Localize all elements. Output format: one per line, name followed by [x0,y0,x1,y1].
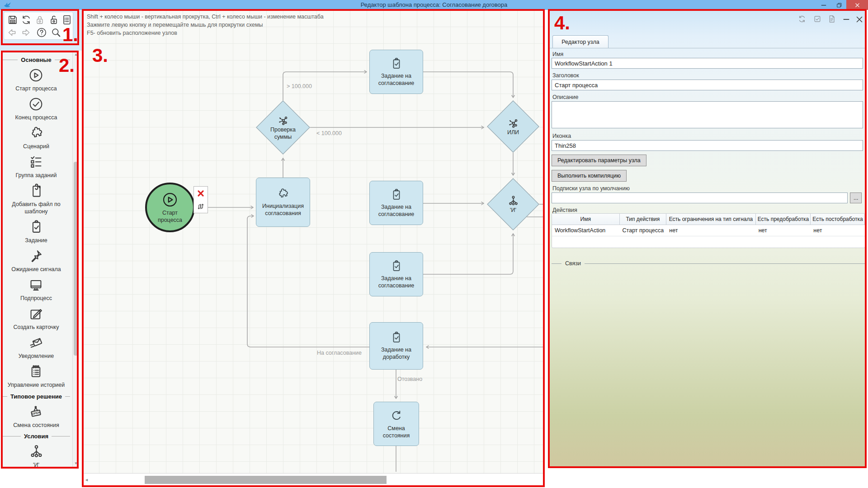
tab-node-editor[interactable]: Редактор узла [552,35,609,48]
sidebar-item-and-tree[interactable]: 'И' [28,444,44,469]
delete-icon[interactable] [196,188,206,198]
sidebar-item-label: Добавить файл по шаблону [4,201,68,216]
column-header[interactable]: Тип действия [620,214,667,225]
sidebar-item-label: Старт процесса [15,85,57,93]
node-palette: ОсновныеСтарт процессаКонец процессаСцен… [1,51,79,469]
sidebar-scrollbar[interactable]: ▲ ▼ [72,51,79,469]
help-line: Зажмите левую кнопку и перемещайте мышь … [87,21,324,29]
node-rework-task[interactable]: Задание на доработку [369,322,423,370]
table-row[interactable]: WorkflowStartActionСтарт процессанетнетн… [552,225,865,236]
node-and-condition[interactable]: 'И' [487,178,539,230]
node-editor-panel: Редактор узла Имя Заголовок Описание Ико… [548,9,867,468]
refresh-icon[interactable] [20,14,32,26]
minimize-icon[interactable] [842,14,851,23]
sidebar-item-monitor[interactable]: Подпроцесс [20,277,52,302]
node-or-condition[interactable]: ИЛИ [487,100,539,153]
close-icon[interactable] [854,14,864,24]
check-circle-icon [28,96,44,112]
actions-table-header: ИмяТип действияЕсть ограничения на тип с… [552,214,865,225]
table-cell: WorkflowStartAction [552,225,620,236]
sidebar-item-pin[interactable]: Ожидание сигнала [11,248,61,273]
column-header[interactable]: Имя [552,214,620,225]
node-approval-task-3[interactable]: Задание на согласование [369,252,423,296]
clipboard-clip-icon [28,183,44,199]
forward-icon[interactable] [20,27,32,38]
header-input[interactable] [552,80,863,90]
minimize-button[interactable] [816,0,831,10]
links-label: Связи [565,260,581,267]
header-label: Заголовок [552,72,579,79]
column-header[interactable]: Есть предобработка [756,214,811,225]
refresh-icon[interactable] [797,14,807,23]
sidebar-item-clipboard-check[interactable]: Задание [25,219,47,244]
compile-button[interactable]: Выполнить компиляцию [552,170,627,182]
puzzle-icon [276,187,290,201]
scroll-down-icon[interactable]: ▼ [74,462,78,465]
play-circle-icon [161,191,179,208]
scatter-icon [507,117,519,129]
subscriptions-input[interactable] [552,192,848,203]
separator-line [585,263,865,264]
sidebar-item-envelope[interactable]: Уведомление [19,335,54,360]
edge-label-to-approval: На согласование [289,350,362,356]
sidebar-item-label: Ожидание сигнала [11,266,61,273]
sidebar-item-edit[interactable]: Создать карточку [14,306,59,331]
sidebar-item-task-list[interactable]: Группа заданий [16,154,57,179]
sidebar-item-puzzle[interactable]: Сценарий [23,125,49,150]
scroll-up-icon[interactable]: ▲ [74,53,78,56]
check-square-icon[interactable] [813,14,822,23]
document-list-icon[interactable] [61,14,73,26]
sidebar-item-label: Подпроцесс [20,295,52,302]
sidebar-item-history[interactable]: Управление историей [8,364,65,389]
actions-table[interactable]: ИмяТип действияЕсть ограничения на тип с… [552,213,865,248]
restore-button[interactable] [832,0,846,10]
edit-params-button[interactable]: Редактировать параметры узла [552,155,646,166]
sidebar-item-check-circle[interactable]: Конец процесса [15,96,57,122]
node-label: 'И' [510,207,516,214]
description-input[interactable] [552,101,863,128]
application-window: Редактор шаблона процесса: Согласование … [0,0,868,488]
sidebar-item-play-circle[interactable]: Старт процесса [15,67,57,93]
lock-icon[interactable] [34,14,46,26]
sidebar-items: ОсновныеСтарт процессаКонец процессаСцен… [1,51,71,469]
canvas-scrollbar-thumb[interactable] [145,476,387,484]
close-icon [854,2,861,9]
actions-label: Действия [552,207,577,213]
sidebar-item-clipboard-clip[interactable]: Добавить файл по шаблону [4,183,68,216]
save-icon[interactable] [7,14,19,26]
clipboard-check-icon [390,259,403,273]
ellipsis-button[interactable]: ... [850,192,862,203]
node-approval-task-2[interactable]: Задание на согласование [369,181,423,225]
back-icon[interactable] [6,27,18,38]
sidebar-item-label: 'И' [33,461,39,469]
node-label: Задание на согласование [373,275,420,289]
icon-input[interactable] [552,140,863,151]
edge-label-gt: > 100.000 [287,83,312,89]
diagram-canvas[interactable]: Shift + колесо мыши - вертикальная прокр… [82,10,545,487]
unlock-icon[interactable] [47,14,59,26]
node-init-approval[interactable]: Инициализация согласования [256,178,310,227]
zoom-icon[interactable] [50,27,62,38]
node-start-process[interactable]: Старт процесса [145,183,195,232]
close-button[interactable] [846,0,868,10]
reroute-icon[interactable] [196,202,206,211]
sidebar-item-open-sign[interactable]: Смена состояния [13,404,59,429]
sidebar-item-label: Конец процесса [15,114,57,122]
column-header[interactable]: Есть ограничения на тип сигнала [666,214,755,225]
document-icon[interactable] [827,14,836,23]
node-check-amount[interactable]: Проверка суммы [256,100,310,155]
node-state-change[interactable]: Смена состояния [373,402,419,446]
help-line: Shift + колесо мыши - вертикальная прокр… [87,13,324,21]
canvas-horizontal-scrollbar[interactable]: ◄ [82,473,545,487]
sidebar-scrollbar-thumb[interactable] [74,162,78,356]
column-header[interactable]: Есть постобработка [811,214,865,225]
name-input[interactable] [552,58,863,69]
scroll-left-icon[interactable]: ◄ [85,478,89,482]
help-icon[interactable] [36,27,47,38]
connector-lines [82,10,545,487]
node-context-toolbar [193,186,208,213]
clipboard-check-icon [390,57,403,70]
links-group-header: Связи [552,260,865,267]
node-approval-task-1[interactable]: Задание на согласование [369,50,423,94]
edge-label-recalled: Отозвано [397,376,422,382]
